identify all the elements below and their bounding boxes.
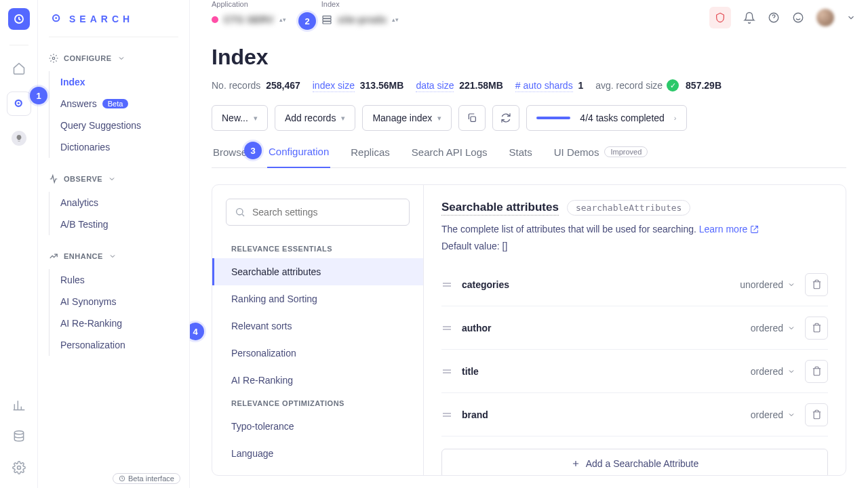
brand-logo-icon[interactable] bbox=[8, 8, 30, 30]
section-enhance[interactable]: ENHANCE bbox=[49, 251, 178, 261]
home-icon[interactable] bbox=[11, 60, 27, 77]
add-attribute-button[interactable]: Add a Searchable Attribute bbox=[441, 449, 828, 475]
tab-stats[interactable]: Stats bbox=[508, 146, 534, 167]
group-essentials: RELEVANCE ESSENTIALS bbox=[212, 239, 423, 258]
learn-more-link[interactable]: Learn more bbox=[699, 224, 759, 235]
order-selector[interactable]: ordered bbox=[751, 323, 795, 333]
tab-configuration[interactable]: Configuration bbox=[267, 146, 330, 168]
section-configure[interactable]: CONFIGURE bbox=[49, 54, 178, 63]
delete-button[interactable] bbox=[805, 273, 828, 296]
index-tabs: Browse Configuration Replicas Search API… bbox=[212, 146, 846, 168]
help-icon[interactable] bbox=[768, 12, 780, 24]
check-icon: ✓ bbox=[667, 79, 679, 92]
annotation-3: 3 bbox=[244, 142, 262, 159]
new-button[interactable]: New...▾ bbox=[212, 105, 268, 131]
refresh-button[interactable] bbox=[492, 105, 519, 131]
detail-title: Searchable attributes bbox=[441, 201, 559, 216]
sidebar-item-answers[interactable]: Answers Beta bbox=[60, 93, 178, 115]
notifications-icon[interactable] bbox=[743, 12, 755, 24]
sidebar-item-rules[interactable]: Rules bbox=[60, 269, 178, 291]
attribute-row: authorordered bbox=[441, 306, 828, 350]
svg-rect-10 bbox=[323, 19, 331, 21]
add-records-button[interactable]: Add records▾ bbox=[275, 105, 355, 131]
plus-icon bbox=[571, 459, 580, 468]
analytics-icon[interactable] bbox=[11, 397, 27, 413]
drag-handle-icon[interactable] bbox=[441, 323, 452, 333]
setting-ai-reranking[interactable]: AI Re-Ranking bbox=[212, 367, 423, 394]
setting-ranking[interactable]: Ranking and Sorting bbox=[212, 285, 423, 312]
beta-interface-chip[interactable]: Beta interface bbox=[113, 473, 180, 484]
sidebar-item-personalization[interactable]: Personalization bbox=[60, 334, 178, 356]
index-label: Index bbox=[321, 0, 399, 8]
svg-point-4 bbox=[17, 466, 20, 470]
sidebar-item-ab-testing[interactable]: A/B Testing bbox=[60, 214, 178, 235]
index-selector[interactable]: site-prodx ▴▾ bbox=[321, 9, 399, 30]
application-label: Application bbox=[212, 0, 286, 8]
search-product-icon[interactable] bbox=[7, 92, 31, 116]
svg-rect-14 bbox=[471, 117, 475, 121]
sidebar-item-index[interactable]: Index bbox=[60, 71, 178, 93]
annotation-2: 2 bbox=[298, 12, 316, 30]
user-menu-caret[interactable] bbox=[846, 13, 856, 22]
order-selector[interactable]: ordered bbox=[751, 366, 795, 377]
index-stats: No. records 258,467 index size 313.56MB … bbox=[212, 79, 846, 92]
tasks-button[interactable]: 4/4 tasks completed › bbox=[526, 105, 686, 131]
drag-handle-icon[interactable] bbox=[441, 279, 452, 290]
svg-point-2 bbox=[17, 102, 19, 104]
settings-icon[interactable] bbox=[11, 460, 27, 476]
setting-personalization[interactable]: Personalization bbox=[212, 340, 423, 367]
setting-typo[interactable]: Typo-tolerance bbox=[212, 413, 423, 440]
app-status-dot bbox=[212, 16, 218, 23]
data-size-link[interactable]: data size bbox=[416, 80, 454, 92]
stepper-icon[interactable]: ▴▾ bbox=[279, 17, 286, 22]
default-value: Default value: [] bbox=[441, 239, 828, 253]
settings-detail: Searchable attributes searchableAttribut… bbox=[424, 185, 846, 475]
setting-searchable-attributes[interactable]: Searchable attributes bbox=[212, 258, 423, 285]
sidebar: SEARCH 1 CONFIGURE Index Answers Beta Qu… bbox=[38, 0, 190, 488]
manage-index-button[interactable]: Manage index▾ bbox=[362, 105, 452, 131]
feedback-icon[interactable] bbox=[792, 12, 804, 24]
tab-replicas[interactable]: Replicas bbox=[349, 146, 391, 167]
svg-point-6 bbox=[55, 17, 57, 19]
delete-button[interactable] bbox=[805, 360, 828, 383]
product-title: SEARCH bbox=[49, 14, 178, 37]
copy-button[interactable] bbox=[458, 105, 486, 131]
setting-language[interactable]: Language bbox=[212, 440, 423, 467]
search-icon bbox=[235, 207, 245, 218]
svg-point-15 bbox=[237, 209, 243, 215]
sidebar-item-query-suggestions[interactable]: Query Suggestions bbox=[60, 115, 178, 136]
tab-search-api-logs[interactable]: Search API Logs bbox=[410, 146, 489, 167]
svg-rect-11 bbox=[323, 22, 331, 24]
topbar: Application CTS SERV ▴▾ 2 Index site-pro… bbox=[190, 0, 868, 38]
search-settings-input[interactable] bbox=[226, 199, 410, 226]
drag-handle-icon[interactable] bbox=[441, 409, 452, 420]
order-selector[interactable]: unordered bbox=[740, 279, 795, 290]
stepper-icon[interactable]: ▴▾ bbox=[392, 17, 399, 22]
sidebar-item-ai-reranking[interactable]: AI Re-Ranking bbox=[60, 312, 178, 334]
setting-relevant-sorts[interactable]: Relevant sorts bbox=[212, 312, 423, 340]
attribute-name: title bbox=[462, 366, 741, 377]
data-icon[interactable] bbox=[11, 428, 27, 445]
user-avatar[interactable] bbox=[816, 9, 834, 26]
index-size-link[interactable]: index size bbox=[313, 80, 355, 92]
page-title: Index bbox=[212, 45, 846, 70]
sidebar-item-dictionaries[interactable]: Dictionaries bbox=[60, 136, 178, 158]
settings-nav: RELEVANCE ESSENTIALS Searchable attribut… bbox=[212, 185, 424, 475]
hint-icon[interactable] bbox=[12, 131, 26, 146]
group-optimizations: RELEVANCE OPTIMIZATIONS bbox=[212, 394, 423, 413]
external-link-icon bbox=[750, 225, 759, 234]
order-selector[interactable]: ordered bbox=[751, 409, 795, 420]
application-selector[interactable]: CTS SERV ▴▾ bbox=[212, 9, 286, 30]
drag-handle-icon[interactable] bbox=[441, 366, 452, 377]
sidebar-item-analytics[interactable]: Analytics bbox=[60, 192, 178, 214]
tab-browse[interactable]: Browse bbox=[212, 146, 248, 167]
delete-button[interactable] bbox=[805, 317, 828, 340]
security-alert-icon[interactable] bbox=[709, 7, 731, 28]
tab-ui-demos[interactable]: UI Demos Improved bbox=[553, 146, 650, 167]
improved-badge: Improved bbox=[604, 146, 648, 157]
shards-link[interactable]: # auto shards bbox=[515, 80, 573, 92]
sidebar-item-ai-synonyms[interactable]: AI Synonyms bbox=[60, 291, 178, 312]
section-observe[interactable]: OBSERVE bbox=[49, 174, 178, 184]
attribute-name: author bbox=[462, 323, 741, 333]
delete-button[interactable] bbox=[805, 403, 828, 426]
